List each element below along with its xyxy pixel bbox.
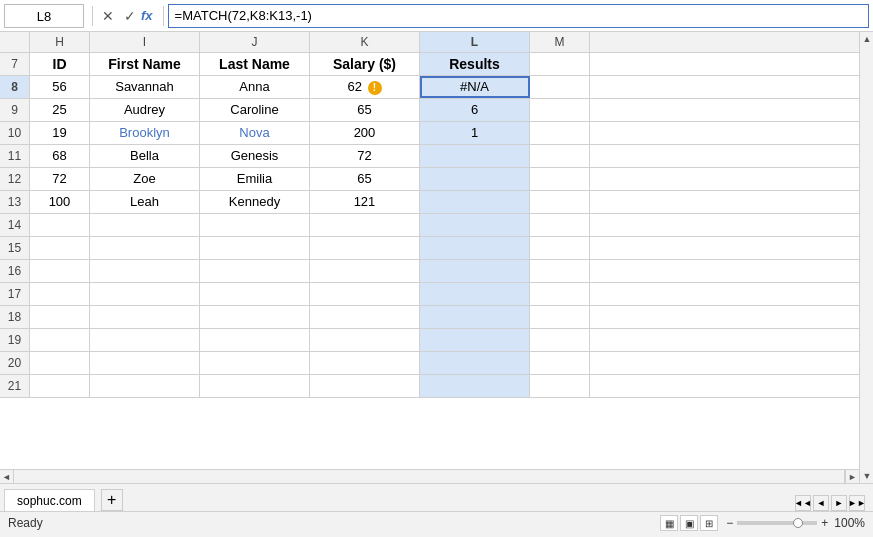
cell-J20[interactable] — [200, 352, 310, 374]
scroll-left-button[interactable]: ◄ — [0, 470, 14, 483]
cell-M8[interactable] — [530, 76, 590, 98]
cancel-formula-button[interactable]: ✕ — [97, 5, 119, 27]
cell-I11[interactable]: Bella — [90, 145, 200, 167]
sheet-next-button[interactable]: ►► — [849, 495, 865, 511]
zoom-out-icon[interactable]: − — [726, 516, 733, 530]
cell-M10[interactable] — [530, 122, 590, 144]
cell-L7[interactable]: Results — [420, 53, 530, 75]
cell-K16[interactable] — [310, 260, 420, 282]
cell-K8[interactable]: 62 ! — [310, 76, 420, 98]
cell-H12[interactable]: 72 — [30, 168, 90, 190]
cell-J15[interactable] — [200, 237, 310, 259]
cell-M7[interactable] — [530, 53, 590, 75]
cell-J21[interactable] — [200, 375, 310, 397]
cell-L17[interactable] — [420, 283, 530, 305]
vertical-scrollbar[interactable]: ▲ ▼ — [859, 32, 873, 483]
cell-H18[interactable] — [30, 306, 90, 328]
cell-L8[interactable]: #N/A — [420, 76, 530, 98]
col-header-K[interactable]: K — [310, 32, 420, 52]
cell-K14[interactable] — [310, 214, 420, 236]
cell-M13[interactable] — [530, 191, 590, 213]
cell-reference-box[interactable]: L8 — [4, 4, 84, 28]
cell-J12[interactable]: Emilia — [200, 168, 310, 190]
cell-J19[interactable] — [200, 329, 310, 351]
cell-M15[interactable] — [530, 237, 590, 259]
zoom-slider-thumb[interactable] — [793, 518, 803, 528]
scroll-track-v[interactable] — [860, 46, 873, 469]
scroll-up-button[interactable]: ▲ — [860, 32, 873, 46]
cell-M21[interactable] — [530, 375, 590, 397]
page-break-button[interactable]: ⊞ — [700, 515, 718, 531]
cell-J13[interactable]: Kennedy — [200, 191, 310, 213]
cell-H8[interactable]: 56 — [30, 76, 90, 98]
cell-J11[interactable]: Genesis — [200, 145, 310, 167]
cell-K20[interactable] — [310, 352, 420, 374]
cell-I14[interactable] — [90, 214, 200, 236]
col-header-H[interactable]: H — [30, 32, 90, 52]
cell-L10[interactable]: 1 — [420, 122, 530, 144]
page-layout-button[interactable]: ▣ — [680, 515, 698, 531]
cell-J14[interactable] — [200, 214, 310, 236]
cell-H14[interactable] — [30, 214, 90, 236]
cell-H9[interactable]: 25 — [30, 99, 90, 121]
cell-J7[interactable]: Last Name — [200, 53, 310, 75]
col-header-J[interactable]: J — [200, 32, 310, 52]
cell-H10[interactable]: 19 — [30, 122, 90, 144]
cell-K7[interactable]: Salary ($) — [310, 53, 420, 75]
cell-K17[interactable] — [310, 283, 420, 305]
sheet-prev-button[interactable]: ◄◄ — [795, 495, 811, 511]
normal-view-button[interactable]: ▦ — [660, 515, 678, 531]
cell-L18[interactable] — [420, 306, 530, 328]
cell-J8[interactable]: Anna — [200, 76, 310, 98]
cell-I20[interactable] — [90, 352, 200, 374]
cell-M9[interactable] — [530, 99, 590, 121]
cell-I18[interactable] — [90, 306, 200, 328]
zoom-in-icon[interactable]: + — [821, 516, 828, 530]
cell-L14[interactable] — [420, 214, 530, 236]
add-sheet-button[interactable]: + — [101, 489, 123, 511]
cell-M11[interactable] — [530, 145, 590, 167]
cell-J17[interactable] — [200, 283, 310, 305]
cell-L11[interactable] — [420, 145, 530, 167]
sheet-prev-one-button[interactable]: ◄ — [813, 495, 829, 511]
cell-K12[interactable]: 65 — [310, 168, 420, 190]
cell-K13[interactable]: 121 — [310, 191, 420, 213]
cell-L12[interactable] — [420, 168, 530, 190]
cell-J16[interactable] — [200, 260, 310, 282]
cell-I16[interactable] — [90, 260, 200, 282]
sheet-next-one-button[interactable]: ► — [831, 495, 847, 511]
cell-H15[interactable] — [30, 237, 90, 259]
cell-K10[interactable]: 200 — [310, 122, 420, 144]
cell-I7[interactable]: First Name — [90, 53, 200, 75]
scroll-right-button[interactable]: ► — [845, 470, 859, 483]
cell-L15[interactable] — [420, 237, 530, 259]
cell-M14[interactable] — [530, 214, 590, 236]
col-header-L[interactable]: L — [420, 32, 530, 52]
cell-M18[interactable] — [530, 306, 590, 328]
cell-H16[interactable] — [30, 260, 90, 282]
formula-input[interactable] — [168, 4, 869, 28]
cell-I9[interactable]: Audrey — [90, 99, 200, 121]
cell-K15[interactable] — [310, 237, 420, 259]
cell-M12[interactable] — [530, 168, 590, 190]
sheet-tab-sophuc[interactable]: sophuc.com — [4, 489, 95, 511]
cell-I13[interactable]: Leah — [90, 191, 200, 213]
cell-M20[interactable] — [530, 352, 590, 374]
cell-H11[interactable]: 68 — [30, 145, 90, 167]
cell-J9[interactable]: Caroline — [200, 99, 310, 121]
cell-I12[interactable]: Zoe — [90, 168, 200, 190]
scroll-down-button[interactable]: ▼ — [860, 469, 873, 483]
cell-H13[interactable]: 100 — [30, 191, 90, 213]
cell-K18[interactable] — [310, 306, 420, 328]
cell-I17[interactable] — [90, 283, 200, 305]
cell-M16[interactable] — [530, 260, 590, 282]
cell-H21[interactable] — [30, 375, 90, 397]
cell-L13[interactable] — [420, 191, 530, 213]
cell-M19[interactable] — [530, 329, 590, 351]
cell-I8[interactable]: Savannah — [90, 76, 200, 98]
col-header-M[interactable]: M — [530, 32, 590, 52]
cell-I19[interactable] — [90, 329, 200, 351]
confirm-formula-button[interactable]: ✓ — [119, 5, 141, 27]
cell-I21[interactable] — [90, 375, 200, 397]
cell-K19[interactable] — [310, 329, 420, 351]
